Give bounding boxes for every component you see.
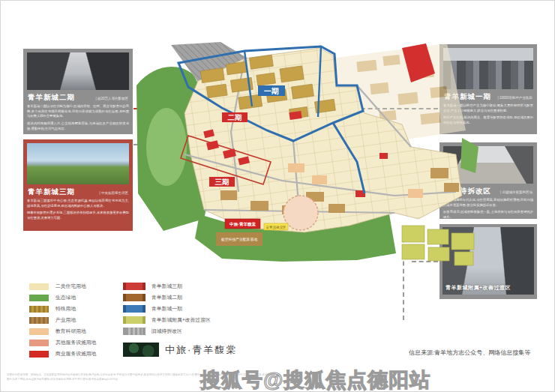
planning-map[interactable]: 一期 二期 三期 中旅·青羊馥棠 航空科技产业配套基地 — [132, 42, 484, 280]
phase2-photo — [27, 52, 129, 90]
map-resettlement-tag: 安置房建设区 — [264, 223, 288, 230]
legend-label: 生态绿地 — [56, 294, 76, 301]
brand-logo-text: 中旅·青羊馥棠 — [165, 343, 237, 357]
legend-label: 特殊用地 — [56, 305, 76, 313]
phase3-body: 青羊新城三期紧邻中央公园,生态资源优越,规划以低密度住宅用地为主,绿地率高,居住… — [27, 199, 129, 221]
phase3-body-p1: 青羊新城三期紧邻中央公园,生态资源优越,规划以低密度住宅用地为主,绿地率高,居住… — [27, 199, 129, 208]
legend-row: 旧城待拆改区 — [123, 328, 211, 335]
brand-logo-image — [123, 343, 159, 357]
legend-label: 其他服务设施用地 — [56, 339, 96, 346]
map-annex-parcels — [402, 226, 474, 265]
legend-row: 特殊用地 — [29, 305, 96, 313]
legend-row: 其他服务设施用地 — [29, 339, 96, 346]
map-project-marker-label: 中旅·青羊馥棠 — [230, 222, 256, 227]
legend-label: 青羊新城一期 — [152, 305, 182, 313]
legend-row: 青羊新城二期 — [123, 294, 211, 301]
legend-swatch-special — [29, 306, 49, 313]
legend-label: 青羊新城三期 — [152, 283, 182, 290]
map-resettlement-tag-label: 安置房建设区 — [266, 225, 287, 229]
legend-row: 青羊新城附属+改善过渡区 — [123, 316, 211, 324]
map-badge-phase2[interactable]: 二期 — [222, 112, 248, 122]
legend-swatch-phase2 — [123, 294, 146, 301]
legend-label: 商业服务设施用地 — [56, 350, 96, 358]
legend-row: 商业服务设施用地 — [29, 350, 96, 358]
old-town-subtitle: | 后期城市更新的区域 — [500, 190, 532, 194]
phase3-photo — [27, 143, 129, 184]
legend-swatch-commercial — [29, 351, 49, 358]
legend-label: 二类住宅用地 — [56, 283, 86, 290]
legend-row: 教育科研用地 — [29, 328, 96, 335]
legend-row: 二类住宅用地 — [29, 283, 96, 290]
legend-zones: 青羊新城三期 青羊新城二期 青羊新城一期 青羊新城附属+改善过渡区 旧城待拆改区 — [123, 283, 211, 339]
legend-swatch-oldtown — [123, 328, 146, 335]
legend-label: 产业用地 — [56, 316, 76, 324]
phase3-title: 青羊新城三期 — [28, 187, 75, 197]
phase3-body-p2: 随着市政配套的逐步兑现,三期板块价值持续提升,未来将承接更多改善型居住需求,发展… — [27, 211, 129, 220]
map-badge-phase3[interactable]: 三期 — [209, 177, 235, 187]
phase2-body: 青羊新城二期以居住功能为核心,区域内学校、医院、商业等配套日趋完善,多个品质住宅… — [27, 104, 129, 131]
legend-swatch-phase3 — [123, 283, 146, 290]
legend-row: 青羊新城一期 — [123, 305, 211, 313]
legend-swatch-industry — [29, 317, 49, 324]
map-badge-phase1-label: 一期 — [264, 87, 279, 95]
legend-row: 产业用地 — [29, 316, 96, 324]
brand-block: 中旅·青羊馥棠 — [123, 343, 237, 357]
legend-swatch-residential — [29, 283, 49, 290]
phase2-body-p2: 板块内部路网四通八达,公交线路覆盖密集,与老城区及产业园区快速连接,通勤便利,生… — [27, 121, 129, 131]
legend-swatch-education — [29, 328, 49, 335]
map-industrial-label: 航空科技产业配套基地 — [221, 237, 257, 242]
legend-row: 生态绿地 — [29, 294, 96, 301]
map-badge-phase1[interactable]: 一期 — [258, 85, 285, 96]
phase3-subtitle: | 中央低密度生活区 — [100, 191, 128, 195]
info-source-note: 信息来源:青羊地方志公众号、网络信息搜集等 — [409, 349, 530, 357]
map-green-inner — [146, 108, 187, 186]
legend-label: 教育科研用地 — [56, 328, 86, 335]
phase2-title: 青羊新城二期 — [28, 93, 75, 103]
map-badge-phase2-label: 二期 — [228, 113, 242, 121]
legend-row: 青羊新城三期 — [123, 283, 211, 290]
legend-land-use: 二类住宅用地 生态绿地 特殊用地 产业用地 教育科研用地 其他服务设施用地 商业… — [29, 283, 96, 361]
flyer-page: 青羊新城二期 | 超20万人居住配套区 青羊新城二期以居住功能为核心,区域内学校… — [0, 0, 555, 392]
legend-label: 青羊新城附属+改善过渡区 — [152, 316, 211, 324]
map-green-northeast — [460, 138, 478, 173]
legend-swatch-other-service — [29, 340, 49, 346]
map-project-marker[interactable]: 中旅·青羊馥棠 — [225, 219, 260, 229]
map-industrial-parcel: 航空科技产业配套基地 — [216, 232, 262, 246]
legend-swatch-green — [29, 295, 49, 301]
annex-caption: 青羊新城附属+改善过渡区 — [446, 284, 511, 292]
legend-swatch-annex — [123, 316, 146, 324]
legend-label: 青羊新城二期 — [152, 294, 182, 301]
legend-swatch-phase1 — [123, 305, 146, 313]
map-transition-circle — [284, 196, 318, 230]
card-qingyang-phase2: 青羊新城二期 | 超20万人居住配套区 青羊新城二期以居住功能为核心,区域内学校… — [23, 49, 133, 134]
watermark-sohu: 搜狐号@搜狐焦点德阳站 — [200, 367, 430, 392]
phase1-subtitle: | 10000亩航空产业集群 — [498, 96, 532, 100]
card-qingyang-phase3: 青羊新城三期 | 中央低密度生活区 青羊新城三期紧邻中央公园,生态资源优越,规划… — [23, 139, 133, 231]
map-badge-phase3-label: 三期 — [215, 178, 230, 186]
phase2-body-p1: 青羊新城二期以居住功能为核心,区域内学校、医院、商业等配套日趋完善,多个品质住宅… — [27, 104, 129, 119]
legend-label: 旧城待拆改区 — [152, 328, 182, 335]
phase2-subtitle: | 超20万人居住配套区 — [96, 97, 128, 100]
